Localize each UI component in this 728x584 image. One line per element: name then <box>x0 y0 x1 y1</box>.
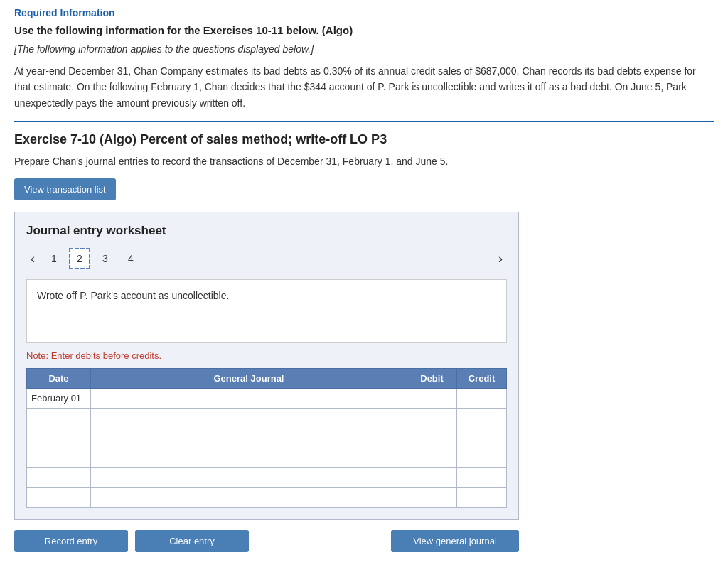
journal-table: Date General Journal Debit Credit Februa… <box>26 368 507 508</box>
journal-input-5[interactable] <box>91 468 407 487</box>
exercise-main-title: Use the following information for the Ex… <box>14 24 714 36</box>
next-tab-button[interactable]: › <box>494 250 507 268</box>
debit-cell-2[interactable] <box>407 409 457 428</box>
italic-note: [The following information applies to th… <box>14 43 714 55</box>
date-cell-3 <box>27 428 91 448</box>
view-general-journal-button[interactable]: View general journal <box>391 530 519 552</box>
prepare-text: Prepare Chan's journal entries to record… <box>14 156 714 167</box>
debit-input-3[interactable] <box>407 428 456 448</box>
debit-cell-6[interactable] <box>407 488 457 508</box>
worksheet-title: Journal entry worksheet <box>26 224 507 238</box>
credit-input-1[interactable] <box>457 389 506 408</box>
tab-2[interactable]: 2 <box>69 248 90 269</box>
debit-input-5[interactable] <box>407 468 456 487</box>
description-text: At year-end December 31, Chan Company es… <box>14 63 714 111</box>
debit-input-2[interactable] <box>407 409 456 428</box>
table-row <box>27 488 507 508</box>
note-text: Note: Enter debits before credits. <box>26 350 507 361</box>
journal-cell-4[interactable] <box>91 448 407 468</box>
debit-input-6[interactable] <box>407 488 456 507</box>
clear-entry-button[interactable]: Clear entry <box>135 530 249 552</box>
record-entry-button[interactable]: Record entry <box>14 530 128 552</box>
general-journal-header: General Journal <box>91 369 407 389</box>
exercise-heading: Exercise 7-10 (Algo) Percent of sales me… <box>14 132 714 147</box>
journal-entry-worksheet: Journal entry worksheet ‹ 1 2 3 4 › Wrot… <box>14 212 519 520</box>
journal-cell-3[interactable] <box>91 428 407 448</box>
journal-cell-2[interactable] <box>91 409 407 428</box>
tab-3[interactable]: 3 <box>95 248 116 269</box>
date-header: Date <box>27 369 91 389</box>
credit-input-4[interactable] <box>457 448 506 467</box>
debit-input-4[interactable] <box>407 448 456 467</box>
tab-1[interactable]: 1 <box>43 248 65 269</box>
credit-cell-2[interactable] <box>457 409 507 428</box>
credit-input-2[interactable] <box>457 409 506 428</box>
date-cell-2 <box>27 409 91 428</box>
table-row: February 01 <box>27 389 507 409</box>
date-cell-1: February 01 <box>27 389 91 409</box>
journal-input-4[interactable] <box>91 448 407 467</box>
bottom-buttons-bar: Record entry Clear entry View general jo… <box>14 530 519 552</box>
journal-cell-6[interactable] <box>91 488 407 508</box>
table-row <box>27 448 507 468</box>
debit-input-1[interactable] <box>407 389 456 408</box>
debit-cell-5[interactable] <box>407 468 457 488</box>
credit-cell-5[interactable] <box>457 468 507 488</box>
debit-cell-4[interactable] <box>407 448 457 468</box>
date-cell-5 <box>27 468 91 488</box>
date-cell-6 <box>27 488 91 508</box>
journal-cell-5[interactable] <box>91 468 407 488</box>
debit-cell-1[interactable] <box>407 389 457 409</box>
journal-input-6[interactable] <box>91 488 407 507</box>
date-cell-4 <box>27 448 91 468</box>
table-row <box>27 409 507 428</box>
credit-cell-4[interactable] <box>457 448 507 468</box>
credit-header: Credit <box>457 369 507 389</box>
journal-input-3[interactable] <box>91 428 407 448</box>
journal-input-2[interactable] <box>91 409 407 428</box>
entry-description-box: Wrote off P. Park's account as uncollect… <box>26 279 507 343</box>
prev-tab-button[interactable]: ‹ <box>26 250 39 268</box>
credit-cell-1[interactable] <box>457 389 507 409</box>
tabs-nav: ‹ 1 2 3 4 › <box>26 248 507 269</box>
credit-input-6[interactable] <box>457 488 506 507</box>
debit-cell-3[interactable] <box>407 428 457 448</box>
journal-cell-1[interactable] <box>91 389 407 409</box>
table-row <box>27 428 507 448</box>
credit-cell-6[interactable] <box>457 488 507 508</box>
journal-input-1[interactable] <box>91 389 407 408</box>
required-info-label: Required Information <box>14 7 714 18</box>
debit-header: Debit <box>407 369 457 389</box>
view-transaction-button[interactable]: View transaction list <box>14 178 116 200</box>
credit-input-5[interactable] <box>457 468 506 487</box>
credit-input-3[interactable] <box>457 428 506 448</box>
credit-cell-3[interactable] <box>457 428 507 448</box>
table-row <box>27 468 507 488</box>
section-divider <box>14 121 714 122</box>
tab-4[interactable]: 4 <box>120 248 141 269</box>
